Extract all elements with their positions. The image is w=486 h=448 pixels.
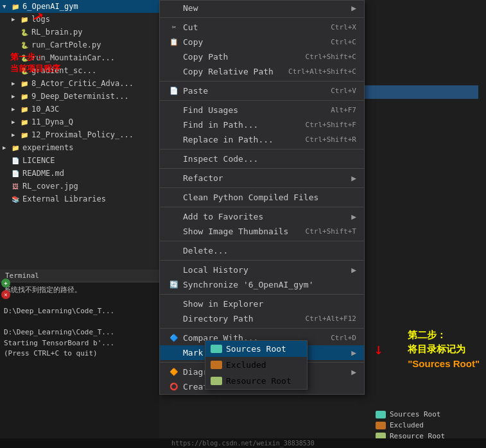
legend-item-1: Excluded bbox=[376, 421, 481, 429]
terminal-line-6: (Press CTRL+C to quit) bbox=[4, 349, 155, 359]
terminal-header: Terminal bbox=[0, 270, 159, 282]
menu-item-18[interactable]: Directory PathCtrl+Alt+F12 bbox=[160, 311, 364, 326]
menu-label-2: Copy bbox=[183, 37, 318, 47]
watermark-text: https://blog.csdn.net/weixin_38838530 bbox=[171, 440, 315, 447]
submenu-item-0[interactable]: Sources Root bbox=[205, 341, 307, 357]
menu-item-3[interactable]: Copy PathCtrl+Shift+C bbox=[160, 49, 364, 64]
menu-label-7: Find in Path... bbox=[183, 120, 293, 130]
terminal-content: 系统找不到指定的路径。 D:\Deep_Learning\Code_T... D… bbox=[0, 282, 159, 362]
shortcut-6: Alt+F7 bbox=[331, 106, 356, 114]
menu-item-8[interactable]: Replace in Path...Ctrl+Shift+R bbox=[160, 132, 364, 147]
tree-label: 12_Proximal_Policy_... bbox=[31, 130, 134, 139]
submenu-icon-0 bbox=[211, 345, 222, 353]
menu-item-12[interactable]: Add to Favorites▶ bbox=[160, 209, 364, 224]
submenu-label-0: Sources Root bbox=[226, 344, 286, 354]
menu-sep-12 bbox=[160, 207, 364, 207]
tree-label: RL_cover.jpg bbox=[22, 182, 78, 191]
menu-item-7[interactable]: Find in Path...Ctrl+Shift+F bbox=[160, 117, 364, 132]
menu-item-16[interactable]: 🔄Synchronize '6_OpenAI_gym' bbox=[160, 277, 364, 292]
step2-arrow: ↓ bbox=[374, 340, 383, 358]
menu-item-11[interactable]: Clean Python Compiled Files bbox=[160, 190, 364, 205]
folder-icon: 📁 bbox=[19, 130, 30, 140]
menu-label-0: New bbox=[183, 3, 349, 13]
file-icon: 📄 bbox=[10, 168, 21, 178]
folder-arrow: ▶ bbox=[12, 132, 18, 138]
terminal-line-2: D:\Deep_Learning\Code_T... bbox=[4, 306, 155, 317]
menu-sep-6 bbox=[160, 100, 364, 101]
menu-label-8: Replace in Path... bbox=[183, 135, 293, 144]
file-tree: ▼📁6_OpenAI_gym▶📁logs 🐍RL_brain.py 🐍run_C… bbox=[0, 0, 159, 270]
folder-icon: 📁 bbox=[10, 142, 21, 153]
menu-item-15[interactable]: Local History▶ bbox=[160, 263, 364, 277]
terminal-add-icon[interactable]: + bbox=[1, 279, 10, 288]
tree-item-1[interactable]: ▶📁logs bbox=[0, 13, 159, 26]
menu-item-5[interactable]: 📄PasteCtrl+V bbox=[160, 83, 364, 98]
menu-item-9[interactable]: Inspect Code... bbox=[160, 151, 364, 166]
submenu-label-2: Resource Root bbox=[226, 376, 291, 386]
tree-item-10[interactable]: ▶📁12_Proximal_Policy_... bbox=[0, 128, 159, 141]
legend-label-0: Sources Root bbox=[390, 410, 440, 418]
file-spacer bbox=[3, 170, 9, 177]
tree-label: 11_Dyna_Q bbox=[31, 117, 73, 126]
file-icon: 📄 bbox=[10, 155, 21, 166]
tree-item-7[interactable]: ▶📁9_Deep_Determinist... bbox=[0, 90, 159, 103]
menu-item-2[interactable]: 📋CopyCtrl+C bbox=[160, 35, 364, 49]
menu-item-14[interactable]: Delete... bbox=[160, 243, 364, 258]
tree-item-2[interactable]: 🐍RL_brain.py bbox=[0, 26, 159, 39]
folder-arrow: ▶ bbox=[12, 119, 18, 125]
py-icon: 🐍 bbox=[19, 27, 30, 37]
menu-icon-22: ⭕ bbox=[168, 383, 180, 391]
tree-label: 9_Deep_Determinist... bbox=[31, 92, 129, 101]
submenu-item-2[interactable]: Resource Root bbox=[205, 373, 307, 389]
ide-container: ▼📁6_OpenAI_gym▶📁logs 🐍RL_brain.py 🐍run_C… bbox=[0, 0, 486, 448]
menu-item-10[interactable]: Refactor▶ bbox=[160, 171, 364, 185]
folder-arrow: ▶ bbox=[12, 93, 18, 99]
tree-item-14[interactable]: 🖼RL_cover.jpg bbox=[0, 180, 159, 193]
menu-label-18: Directory Path bbox=[183, 314, 293, 323]
folder-icon: 📁 bbox=[19, 117, 30, 127]
tree-item-3[interactable]: 🐍run_CartPole.py bbox=[0, 39, 159, 51]
tree-label: LICENCE bbox=[22, 156, 55, 165]
tree-item-15[interactable]: 📚External Libraries bbox=[0, 193, 159, 205]
tree-item-0[interactable]: ▼📁6_OpenAI_gym bbox=[0, 0, 159, 13]
tree-item-8[interactable]: ▶📁10_A3C bbox=[0, 103, 159, 116]
tree-item-9[interactable]: ▶📁11_Dyna_Q bbox=[0, 116, 159, 128]
menu-item-17[interactable]: Show in Explorer bbox=[160, 297, 364, 311]
tree-item-12[interactable]: 📄LICENCE bbox=[0, 154, 159, 167]
terminal-line-0: 系统找不到指定的路径。 bbox=[4, 285, 155, 296]
terminal-line-5: Starting TensorBoard b'... bbox=[4, 338, 155, 349]
terminal-panel: Terminal 系统找不到指定的路径。 D:\Deep_Learning\Co… bbox=[0, 270, 159, 448]
menu-label-5: Paste bbox=[183, 86, 318, 96]
folder-icon: 📁 bbox=[10, 1, 21, 12]
folder-icon: 📁 bbox=[19, 104, 30, 114]
menu-sep-17 bbox=[160, 294, 364, 295]
menu-label-9: Inspect Code... bbox=[183, 154, 356, 164]
submenu-icon-2 bbox=[211, 377, 222, 385]
tree-item-13[interactable]: 📄README.md bbox=[0, 167, 159, 180]
menu-label-4: Copy Relative Path bbox=[183, 67, 275, 76]
menu-label-12: Add to Favorites bbox=[183, 212, 349, 221]
menu-item-13[interactable]: Show Image ThumbnailsCtrl+Shift+T bbox=[160, 224, 364, 239]
terminal-close-icon[interactable]: ✕ bbox=[1, 290, 10, 299]
terminal-line-3 bbox=[4, 317, 155, 328]
step2-annotation: 第二步：将目录标记为"Sources Root" bbox=[408, 328, 480, 372]
menu-item-4[interactable]: Copy Relative PathCtrl+Alt+Shift+C bbox=[160, 64, 364, 79]
tree-label: experiments bbox=[22, 143, 73, 152]
menu-item-0[interactable]: New▶ bbox=[160, 1, 364, 15]
file-spacer bbox=[3, 157, 9, 164]
folder-arrow: ▶ bbox=[3, 144, 9, 151]
tree-item-11[interactable]: ▶📁experiments bbox=[0, 141, 159, 154]
tree-label: RL_brain.py bbox=[31, 28, 82, 37]
watermark: https://blog.csdn.net/weixin_38838530 bbox=[0, 438, 486, 448]
file-spacer bbox=[3, 183, 9, 189]
menu-label-11: Clean Python Compiled Files bbox=[183, 193, 356, 202]
menu-label-14: Delete... bbox=[183, 246, 356, 255]
submenu-item-1[interactable]: Excluded bbox=[205, 357, 307, 373]
shortcut-8: Ctrl+Shift+R bbox=[306, 135, 356, 144]
file-spacer bbox=[12, 42, 18, 48]
tree-item-6[interactable]: ▶📁8_Actor_Critic_Adva... bbox=[0, 77, 159, 90]
menu-item-6[interactable]: Find UsagesAlt+F7 bbox=[160, 103, 364, 117]
menu-arrow-15: ▶ bbox=[351, 265, 356, 275]
menu-item-1[interactable]: ✂CutCtrl+X bbox=[160, 20, 364, 35]
shortcut-2: Ctrl+C bbox=[331, 38, 356, 46]
